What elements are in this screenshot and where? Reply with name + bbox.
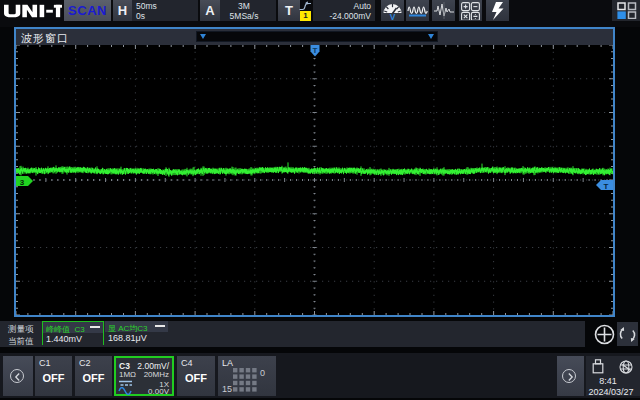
- svg-text:3: 3: [20, 178, 25, 187]
- svg-text:T: T: [313, 46, 318, 55]
- svg-text:V: V: [390, 12, 396, 21]
- svg-text:T: T: [604, 182, 609, 191]
